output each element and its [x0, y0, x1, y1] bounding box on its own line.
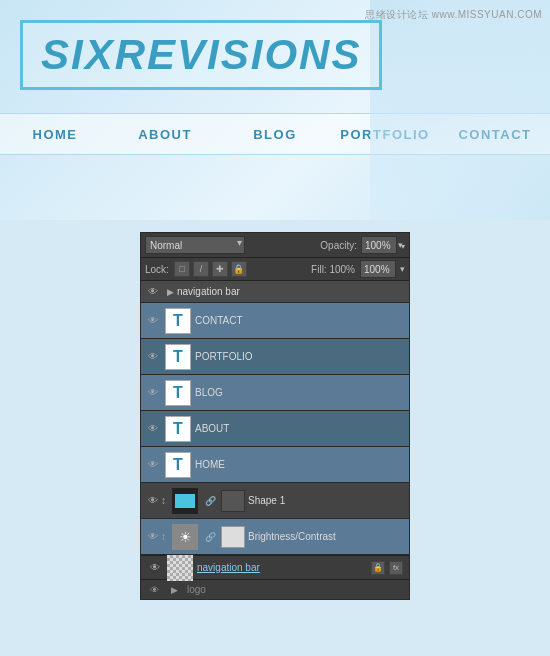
- layer-thumb-home: T: [165, 452, 191, 478]
- lock-all-btn[interactable]: 🔒: [231, 261, 247, 277]
- blend-mode-select[interactable]: Normal: [145, 236, 245, 254]
- site-title-box: SIXREVISIONS: [20, 20, 382, 90]
- layer-name-brightness: Brightness/Contrast: [248, 531, 405, 542]
- nav-item-about[interactable]: ABOUT: [110, 115, 220, 154]
- layer-link-brightness: 🔗: [204, 531, 216, 543]
- layer-thumb-bottom: [167, 555, 193, 581]
- website-preview: SIXREVISIONS HOME ABOUT BLOG PORTFOLIO C…: [0, 0, 550, 220]
- nav-item-contact[interactable]: CONTACT: [440, 115, 550, 154]
- layer-thumb-portfolio: T: [165, 344, 191, 370]
- watermark: 思绪设计论坛 www.MISSYUAN.COM: [365, 8, 542, 22]
- lock-transparent-btn[interactable]: □: [174, 261, 190, 277]
- layer-move-icon: ↕: [161, 495, 166, 506]
- opacity-label: Opacity:: [320, 240, 357, 251]
- nav-item-blog[interactable]: BLOG: [220, 115, 330, 154]
- layer-eye-brightness[interactable]: 👁: [145, 529, 161, 545]
- layer-eye-blog[interactable]: 👁: [145, 385, 161, 401]
- blend-mode-select-wrapper: Normal: [145, 236, 245, 254]
- footer-eye-btn[interactable]: 👁: [147, 583, 161, 597]
- ps-lock-row: Lock: □ / ✚ 🔒 Fill: 100% ▾: [141, 258, 409, 281]
- fx-btn[interactable]: fx: [389, 561, 403, 575]
- layer-eye-bottom[interactable]: 👁: [147, 560, 163, 576]
- layer-name-shape1: Shape 1: [248, 495, 405, 506]
- layer-eye-about[interactable]: 👁: [145, 421, 161, 437]
- layer-brightness[interactable]: 👁 ↕ ☀ 🔗 Brightness/Contrast: [141, 519, 409, 555]
- lock-pixels-btn[interactable]: /: [193, 261, 209, 277]
- layer-shape1[interactable]: 👁 ↕ 🔗 Shape 1: [141, 483, 409, 519]
- site-title: SIXREVISIONS: [41, 31, 361, 78]
- opacity-input[interactable]: [361, 236, 397, 254]
- layer-group-name: navigation bar: [177, 286, 405, 297]
- layer-name-home: HOME: [195, 459, 405, 470]
- nav-item-portfolio[interactable]: PORTFOLIO: [330, 115, 440, 154]
- layer-name-bottom[interactable]: navigation bar: [197, 562, 367, 573]
- layer-eye-shape1[interactable]: 👁: [145, 493, 161, 509]
- layer-thumb-shape1: [172, 488, 198, 514]
- site-nav: HOME ABOUT BLOG PORTFOLIO CONTACT: [0, 113, 550, 155]
- lock-icon-bottom[interactable]: 🔒: [371, 561, 385, 575]
- ps-footer-bar: 👁 ▶ logo: [141, 579, 409, 599]
- layer-name-portfolio: PORTFOLIO: [195, 351, 405, 362]
- layer-eye-group[interactable]: 👁: [145, 284, 161, 300]
- layer-eye-contact[interactable]: 👁: [145, 313, 161, 329]
- layer-eye-home[interactable]: 👁: [145, 457, 161, 473]
- ps-blend-row: Normal Opacity: ▾: [141, 233, 409, 258]
- layer-about[interactable]: 👁 T ABOUT: [141, 411, 409, 447]
- layer-blog[interactable]: 👁 T BLOG: [141, 375, 409, 411]
- layer-eye-portfolio[interactable]: 👁: [145, 349, 161, 365]
- fill-input[interactable]: [360, 260, 396, 278]
- footer-arrow-btn[interactable]: ▶: [167, 583, 181, 597]
- layer-move-icon-brightness: ↕: [161, 531, 166, 542]
- lock-position-btn[interactable]: ✚: [212, 261, 228, 277]
- layer-thumb-blog: T: [165, 380, 191, 406]
- layer-portfolio[interactable]: 👁 T PORTFOLIO: [141, 339, 409, 375]
- footer-logo-label: logo: [187, 584, 206, 595]
- layer-home[interactable]: 👁 T HOME: [141, 447, 409, 483]
- layer-name-contact: CONTACT: [195, 315, 405, 326]
- layer-thumb-about: T: [165, 416, 191, 442]
- layer-group-nav-bar[interactable]: 👁 ▶ navigation bar: [141, 281, 409, 303]
- ps-layers-list: 👁 ▶ navigation bar 👁 T CONTACT 👁 T PORTF…: [141, 281, 409, 555]
- fill-label: Fill: 100%: [311, 264, 355, 275]
- layer-name-blog: BLOG: [195, 387, 405, 398]
- opacity-dropdown-wrapper: ▾: [401, 239, 405, 251]
- layer-thumb-contact: T: [165, 308, 191, 334]
- layer-contact[interactable]: 👁 T CONTACT: [141, 303, 409, 339]
- ps-layers-panel: Normal Opacity: ▾ Lock: □ / ✚ 🔒 Fill: 10…: [140, 232, 410, 600]
- nav-item-home[interactable]: HOME: [0, 115, 110, 154]
- layer-thumb-brightness: ☀: [172, 524, 198, 550]
- layer-name-about: ABOUT: [195, 423, 405, 434]
- ps-bottom-layer-row: 👁 navigation bar 🔒 fx: [141, 555, 409, 579]
- lock-label: Lock:: [145, 264, 169, 275]
- layer-link-shape1: 🔗: [204, 495, 216, 507]
